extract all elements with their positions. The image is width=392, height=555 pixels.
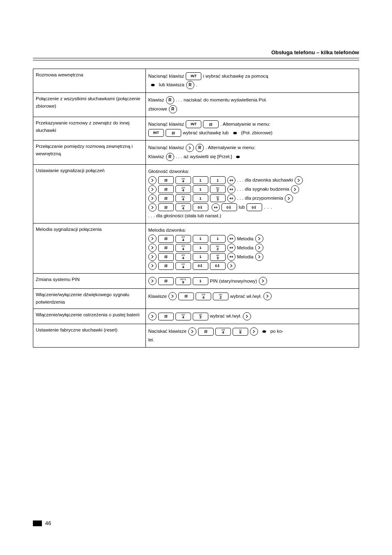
numkey-0⇩: 0⇩ [247, 203, 262, 211]
numkey-1: 1 [193, 235, 208, 243]
procedure-step: GHI41def3 Melodia [148, 253, 356, 261]
hash-key [158, 176, 174, 184]
row-procedure: Nacisnąć klawisz R . Alternatywnie w men… [145, 140, 359, 165]
right-icon [148, 244, 157, 252]
instruction-text: Klawisz [148, 153, 164, 161]
row-label: Melodia sygnalizacji połączenia [33, 223, 146, 274]
row-label: Rozmowa wewnętrzna [33, 69, 146, 93]
procedure-step: Klawisze GHI4abc2 wybrać wł./wył. [148, 292, 356, 300]
page-number: 46 [45, 520, 51, 526]
row-procedure: WXYZ91 PIN (stary/nowy/nowy) [145, 274, 359, 289]
instruction-text: Melodia [237, 244, 254, 252]
right-icon [148, 176, 157, 184]
instruction-text: Melodia [237, 235, 254, 243]
right-icon [168, 292, 177, 300]
numkey-4: GHI4 [175, 185, 191, 193]
procedure-step: Klawisz R . . . aż wyświetli się [Przeł.… [148, 153, 356, 161]
instruction-text: . . . dla sygnału budzenia [237, 186, 289, 193]
page-footer: 46 [33, 520, 51, 526]
numkey-3: def3 [210, 194, 226, 202]
numkey-2: abc2 [210, 244, 226, 252]
procedure-step: zbiorowe R [148, 105, 356, 113]
numkey-4: GHI4 [175, 244, 191, 252]
row-procedure: Głośność dzwonka:GHI411. . . dla dzwonka… [145, 165, 359, 223]
numkey-2: abc2 [213, 292, 228, 300]
row-procedure: Klawisz R . . . naciskać do momentu wyśw… [145, 93, 359, 117]
hash-key [198, 328, 214, 336]
table-row: Ustawienie fabryczne słuchawki (reset)Na… [33, 324, 359, 348]
numkey-4: GHI4 [175, 313, 191, 320]
header-title: Obsługa telefonu – kilka telefonów [271, 49, 359, 55]
instruction-text: wybrać wł./wył. [230, 293, 262, 300]
numkey-4: GHI4 [196, 292, 211, 300]
numkey-8: tuv8 [233, 328, 248, 336]
instruction-text: Melodia [237, 253, 254, 261]
procedure-text: lei. [148, 336, 356, 344]
row-procedure: Naciskać klawisze GHI4tuv8 po ko-lei. [145, 324, 359, 348]
lr-icon [227, 185, 235, 193]
row-procedure: Klawisze GHI4abc2 wybrać wł./wył. [145, 289, 359, 309]
procedure-text: Melodia dzwonka: [148, 227, 356, 234]
instruction-text: zbiorowe [148, 106, 167, 113]
circle-key-r: R [166, 96, 174, 104]
hash-key [166, 129, 181, 137]
lr-icon [227, 194, 235, 203]
instruction-text: po ko- [270, 328, 284, 335]
procedure-step: GHI41abc2 Melodia [148, 244, 356, 252]
instruction-text: lub [239, 204, 245, 211]
ellipsis: . . . [264, 204, 272, 211]
hash-key [158, 235, 174, 243]
hash-key [158, 253, 174, 261]
instructions-table: Rozmowa wewnętrznaNacisnąć klawisz INT i… [33, 69, 359, 348]
numkey-4: GHI4 [175, 203, 191, 211]
numkey-4: GHI4 [175, 262, 191, 270]
numkey-0⇩: 0⇩ [193, 203, 208, 211]
numkey-4: GHI4 [175, 235, 191, 243]
key-int: INT [186, 120, 201, 128]
table-row: Przekazywanie rozmowy z zewnątrz do inne… [33, 117, 359, 140]
svg-point-1 [233, 132, 237, 134]
hash-key [158, 313, 174, 320]
right-icon [259, 277, 267, 285]
procedure-step: GHI41def3. . . dla przypomnienia [148, 194, 356, 203]
numkey-4: GHI4 [175, 253, 191, 261]
numkey-1: 1 [193, 277, 208, 285]
table-row: Przełączanie pomiędzy rozmową zewnętrzną… [33, 140, 359, 165]
key-int: INT [148, 129, 164, 137]
instruction-text: Nacisnąć klawisz [148, 144, 184, 152]
numkey-1: 1 [193, 185, 208, 193]
svg-point-3 [262, 330, 266, 333]
numkey-4: GHI4 [175, 176, 191, 184]
circle-key-r: R [166, 153, 174, 161]
numkey-3: def3 [210, 253, 226, 261]
row-procedure: Nacisnąć klawisz INT i wybrać słuchawkę … [145, 69, 359, 93]
table-row: Ustawianie sygnalizacji połączeńGłośność… [33, 165, 359, 223]
hash-key [158, 194, 174, 202]
table-row: Rozmowa wewnętrznaNacisnąć klawisz INT i… [33, 69, 359, 93]
hash-key [158, 244, 174, 252]
updown-icon [231, 130, 240, 136]
row-label: Włączenie/wyłączenie dźwiękowego sygnału… [33, 289, 146, 309]
svg-point-2 [236, 156, 240, 158]
row-label: Przełączanie pomiędzy rozmową zewnętrzną… [33, 140, 146, 165]
hash-key [158, 203, 174, 211]
right-icon [148, 235, 157, 243]
right-icon [148, 262, 157, 270]
row-label: Ustawianie sygnalizacji połączeń [33, 165, 146, 223]
hash-key [203, 120, 219, 128]
numkey-3: def3 [193, 313, 208, 320]
row-label: Zmiana systemu PIN [33, 274, 146, 289]
numkey-1: 1 [193, 244, 208, 252]
hash-key [158, 185, 174, 193]
key-int: INT [186, 72, 201, 80]
procedure-step: GHI40⇩ 0⇩ lub 0⇩. . . [148, 203, 356, 212]
procedure-text: . . . dla głośności (stała lub narast.) [148, 212, 356, 220]
hash-key [158, 262, 174, 270]
table-row: Zmiana systemu PINWXYZ91 PIN (stary/nowy… [33, 274, 359, 289]
instruction-text: lub klawisza [159, 81, 184, 89]
right-icon [243, 312, 251, 320]
numkey-1: 1 [193, 194, 208, 202]
numkey-2: abc2 [210, 185, 226, 193]
header-rule [33, 60, 359, 60]
page-header: Obsługa telefonu – kilka telefonów [33, 49, 359, 58]
